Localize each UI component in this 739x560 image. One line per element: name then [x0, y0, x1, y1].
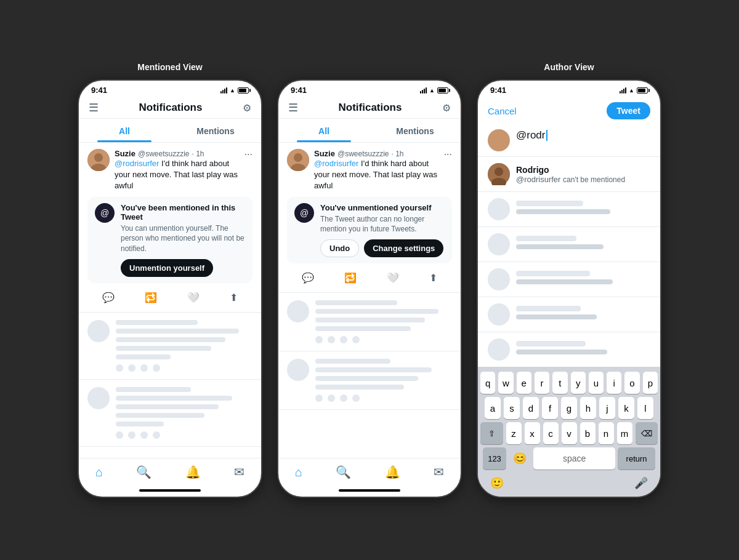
key-f[interactable]: f: [542, 397, 558, 419]
status-bar-3: 9:41 ▲: [478, 81, 660, 97]
share-icon-2[interactable]: ⬆: [429, 272, 437, 284]
key-d[interactable]: d: [523, 397, 539, 419]
unmentioned-content-2: You've unmentioned yourself The Tweet au…: [320, 203, 445, 258]
phone-unmentioned: 9:41 ▲ ☰ Notifications ⚙: [277, 79, 462, 498]
signal-1: [220, 87, 227, 94]
delete-key[interactable]: ⌫: [636, 422, 658, 444]
emoji-face-key[interactable]: 🙂: [485, 472, 509, 494]
unmentioned-actions-2: Undo Change settings: [320, 239, 445, 257]
bell-icon-2[interactable]: 🔔: [385, 465, 400, 479]
key-s[interactable]: s: [504, 397, 520, 419]
key-q[interactable]: q: [480, 372, 495, 394]
share-icon-1[interactable]: ⬆: [230, 292, 238, 303]
retweet-icon-2[interactable]: 🔁: [344, 272, 357, 284]
key-o[interactable]: o: [624, 372, 639, 394]
retweet-icon-1[interactable]: 🔁: [145, 292, 157, 303]
key-v[interactable]: v: [562, 422, 577, 444]
key-p[interactable]: p: [643, 372, 658, 394]
sug-note-rodrigo: can't be mentioned: [563, 175, 625, 184]
num-key[interactable]: 123: [483, 447, 506, 470]
compose-avatar-3: [488, 129, 510, 151]
return-key[interactable]: return: [618, 447, 655, 470]
phone-author: 9:41 ▲ Cancel Tweet: [477, 79, 661, 498]
space-key[interactable]: space: [533, 447, 615, 470]
search-icon-1[interactable]: 🔍: [136, 465, 151, 479]
unmentioned-title-2: You've unmentioned yourself: [320, 203, 445, 212]
key-x[interactable]: x: [525, 422, 540, 444]
key-m[interactable]: m: [617, 422, 632, 444]
key-i[interactable]: i: [607, 372, 621, 394]
skel-sug-3: [478, 262, 660, 297]
bottom-bar-1: ⌂ 🔍 🔔 ✉: [79, 458, 261, 489]
tab-mentions-2[interactable]: Mentions: [370, 119, 461, 142]
key-n[interactable]: n: [599, 422, 614, 444]
unmentioned-label: –: [367, 62, 372, 72]
tab-all-2[interactable]: All: [278, 119, 370, 142]
key-u[interactable]: u: [589, 372, 604, 394]
suggestion-rodrigo[interactable]: Rodrigo @rodrisurfer can't be mentioned: [478, 157, 660, 192]
mail-icon-2[interactable]: ✉: [434, 465, 444, 479]
key-l[interactable]: l: [637, 397, 653, 419]
key-r[interactable]: r: [535, 372, 549, 394]
like-icon-2[interactable]: 🤍: [387, 272, 399, 284]
unmentioned-box-2: @ You've unmentioned yourself The Tweet …: [287, 197, 452, 264]
compose-text-3[interactable]: @rodr: [516, 129, 650, 142]
reply-icon-2[interactable]: 💬: [302, 272, 314, 284]
author-view-wrap: Author View 9:41 ▲ Cancel: [477, 62, 661, 498]
time-1: 9:41: [91, 86, 107, 95]
skel-avatar-1b: [87, 387, 110, 409]
more-icon-2[interactable]: ···: [444, 149, 452, 160]
key-t[interactable]: t: [552, 372, 567, 394]
home-icon-1[interactable]: ⌂: [95, 465, 103, 479]
key-y[interactable]: y: [571, 372, 586, 394]
key-j[interactable]: j: [599, 397, 615, 419]
change-settings-button-2[interactable]: Change settings: [364, 239, 443, 257]
key-c[interactable]: c: [543, 422, 559, 444]
undo-button-2[interactable]: Undo: [320, 239, 359, 257]
tweet-button-3[interactable]: Tweet: [607, 102, 650, 119]
keyboard-row-2: a s d f g h j k l: [480, 397, 658, 419]
skel-avatar-2b: [287, 359, 309, 381]
compose-input-area-3[interactable]: @rodr: [516, 129, 650, 151]
status-icons-2: ▲: [420, 87, 448, 94]
key-e[interactable]: e: [517, 372, 531, 394]
search-icon-2[interactable]: 🔍: [336, 465, 351, 479]
sug-avatar-rodrigo: [488, 163, 510, 185]
key-w[interactable]: w: [498, 372, 513, 394]
key-k[interactable]: k: [618, 397, 634, 419]
settings-icon-1[interactable]: ⚙: [243, 102, 251, 114]
shift-key[interactable]: ⇧: [480, 422, 503, 444]
compose-area-3: @rodr: [478, 124, 660, 156]
like-icon-1[interactable]: 🤍: [187, 292, 200, 303]
key-g[interactable]: g: [561, 397, 577, 419]
key-b[interactable]: b: [580, 422, 596, 444]
key-z[interactable]: z: [506, 422, 522, 444]
mention-desc-1: You can unmention yourself. The person w…: [121, 223, 245, 254]
avatar-suzie-2: [287, 149, 309, 171]
cancel-button-3[interactable]: Cancel: [488, 106, 517, 116]
more-icon-1[interactable]: ···: [244, 149, 252, 160]
tweet-header-2: Suzie @sweetsuzzzie · 1h @rodrisurfer I'…: [287, 149, 452, 192]
mic-key[interactable]: 🎤: [629, 472, 653, 494]
battery-1: [238, 87, 249, 94]
tab-all-1[interactable]: All: [79, 119, 170, 142]
tab-mentions-1[interactable]: Mentions: [170, 119, 261, 142]
reply-icon-1[interactable]: 💬: [102, 292, 115, 303]
settings-icon-2[interactable]: ⚙: [442, 102, 451, 114]
svg-point-1: [94, 153, 103, 162]
mail-icon-1[interactable]: ✉: [234, 465, 244, 479]
bell-icon-1[interactable]: 🔔: [185, 465, 201, 479]
menu-icon-2[interactable]: ☰: [288, 101, 298, 114]
emoji-key[interactable]: 😊: [509, 447, 531, 470]
notifications-title-1: Notifications: [139, 102, 203, 114]
skeleton-item-1b: [79, 380, 261, 447]
avatar-suzie-1: [87, 149, 110, 171]
key-h[interactable]: h: [580, 397, 596, 419]
tweet-notification-2: Suzie @sweetsuzzzie · 1h @rodrisurfer I'…: [278, 143, 461, 293]
menu-icon-1[interactable]: ☰: [89, 101, 99, 114]
unmention-button-1[interactable]: Unmention yourself: [121, 259, 213, 277]
key-a[interactable]: a: [485, 397, 501, 419]
skel-sug-2: [478, 227, 660, 262]
mentioned-view-wrap: Mentioned View 9:41 ▲ ☰: [78, 62, 262, 498]
home-icon-2[interactable]: ⌂: [295, 465, 302, 479]
